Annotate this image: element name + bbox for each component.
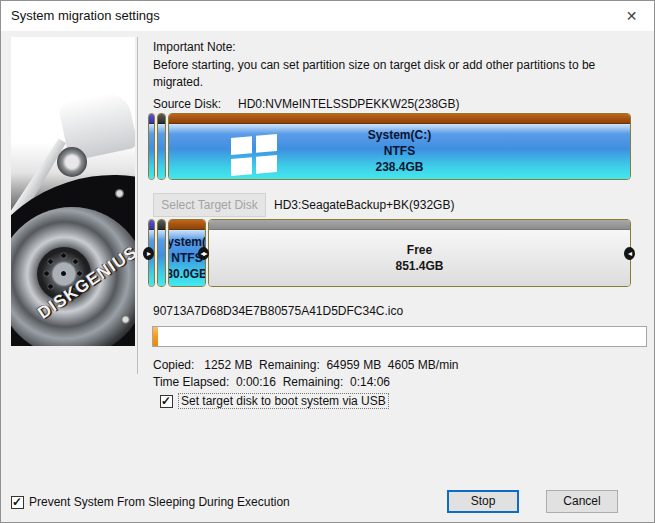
current-file-name: 90713A7D68D34E7B80575A41D5DFC34C.ico: [153, 304, 403, 318]
source-partition-fs: NTFS: [384, 143, 415, 159]
hdd-pivot: [57, 147, 87, 177]
resize-handle-right[interactable]: ◂: [624, 247, 635, 260]
system-migration-dialog: System migration settings ✕ DISKGENIUS I…: [0, 0, 655, 523]
vertical-separator: [137, 37, 138, 374]
important-note-body: Before starting, you can set partition s…: [153, 57, 645, 91]
free-partition-size: 851.4GB: [395, 258, 443, 274]
target-partition-small-2[interactable]: [157, 219, 166, 287]
close-icon[interactable]: ✕: [609, 1, 654, 31]
target-disk-name: HD3:SeagateBackup+BK(932GB): [274, 198, 454, 212]
target-disk-bar: System(C NTFS 80.0GB Free 851.4GB: [148, 219, 631, 287]
diskgenius-artwork: DISKGENIUS: [11, 37, 135, 346]
source-disk-label: Source Disk:: [153, 97, 221, 111]
usb-boot-checkbox[interactable]: [160, 395, 173, 408]
source-partition-small-2[interactable]: [157, 113, 166, 180]
time-stats: Time Elapsed: 0:00:16 Remaining: 0:14:06: [153, 375, 390, 389]
prevent-sleep-checkbox[interactable]: [11, 496, 24, 509]
progress-bar-fill: [153, 327, 158, 346]
source-partition-name: System(C:): [368, 127, 431, 143]
target-partition-size: 80.0GB: [169, 266, 205, 282]
source-partition-system[interactable]: System(C:) NTFS 238.4GB: [168, 113, 631, 180]
stop-button[interactable]: Stop: [447, 490, 519, 513]
hdd-screw: [121, 315, 130, 324]
source-disk-bar: System(C:) NTFS 238.4GB: [148, 113, 631, 180]
prevent-sleep-option[interactable]: Prevent System From Sleeping During Exec…: [11, 495, 290, 509]
cancel-button[interactable]: Cancel: [546, 490, 618, 513]
dialog-title: System migration settings: [11, 8, 160, 23]
source-disk-name: HD0:NVMeINTELSSDPEKKW25(238GB): [238, 97, 459, 111]
source-partition-size: 238.4GB: [375, 159, 423, 175]
source-partition-small-1[interactable]: [148, 113, 155, 180]
usb-boot-option[interactable]: Set target disk to boot system via USB: [160, 393, 389, 409]
progress-bar: [152, 326, 647, 347]
free-partition-name: Free: [407, 242, 432, 258]
usb-boot-label[interactable]: Set target disk to boot system via USB: [178, 393, 389, 409]
titlebar: System migration settings ✕: [1, 1, 654, 31]
prevent-sleep-label[interactable]: Prevent System From Sleeping During Exec…: [29, 495, 290, 509]
hdd-screw: [115, 189, 124, 198]
select-target-disk-button[interactable]: Select Target Disk: [153, 193, 266, 217]
target-partition-free[interactable]: Free 851.4GB: [208, 219, 631, 287]
copied-stats: Copied: 1252 MB Remaining: 64959 MB 4605…: [153, 358, 459, 372]
resize-handle-middle[interactable]: ◂▸: [198, 247, 209, 260]
resize-handle-left[interactable]: ▸: [143, 247, 154, 260]
important-note-heading: Important Note:: [153, 40, 236, 54]
